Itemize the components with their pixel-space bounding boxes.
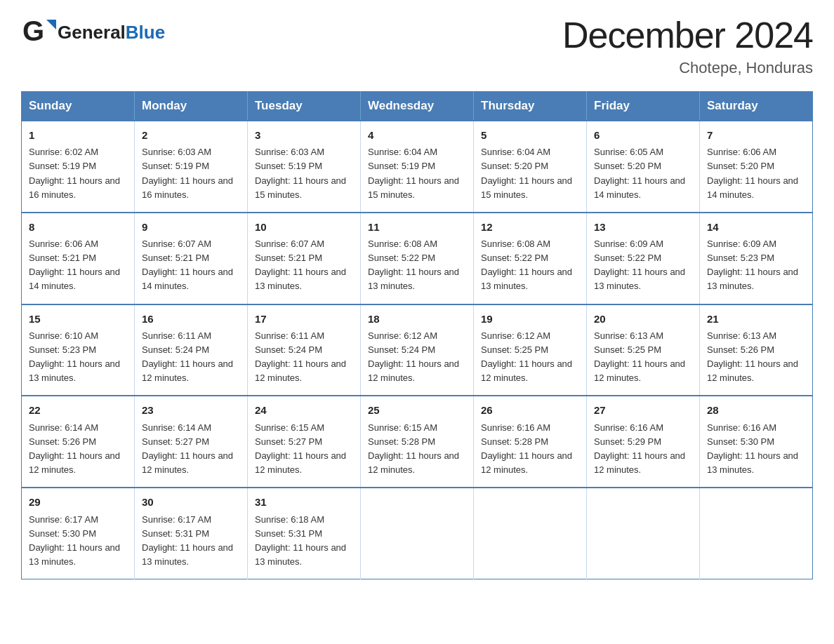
logo-blue-text: Blue <box>126 22 165 43</box>
calendar-day-cell: 20 Sunrise: 6:13 AM Sunset: 5:25 PM Dayl… <box>587 304 700 396</box>
logo-general: General <box>58 22 126 43</box>
title-area: December 2024 Chotepe, Honduras <box>562 14 813 77</box>
day-number: 8 <box>29 219 127 235</box>
day-info: Sunrise: 6:02 AM Sunset: 5:19 PM Dayligh… <box>29 145 127 202</box>
calendar-day-cell <box>700 488 813 579</box>
calendar-day-cell: 27 Sunrise: 6:16 AM Sunset: 5:29 PM Dayl… <box>587 396 700 488</box>
weekday-header-monday: Monday <box>135 92 248 121</box>
day-info: Sunrise: 6:10 AM Sunset: 5:23 PM Dayligh… <box>29 329 127 386</box>
day-number: 27 <box>594 402 692 418</box>
calendar-day-cell: 2 Sunrise: 6:03 AM Sunset: 5:19 PM Dayli… <box>135 121 248 213</box>
day-number: 10 <box>255 219 353 235</box>
day-number: 15 <box>29 311 127 327</box>
day-info: Sunrise: 6:04 AM Sunset: 5:19 PM Dayligh… <box>368 145 466 202</box>
day-number: 9 <box>142 219 240 235</box>
calendar-day-cell: 15 Sunrise: 6:10 AM Sunset: 5:23 PM Dayl… <box>22 304 135 396</box>
calendar-week-row: 8 Sunrise: 6:06 AM Sunset: 5:21 PM Dayli… <box>22 213 813 304</box>
day-number: 25 <box>368 402 466 418</box>
day-info: Sunrise: 6:06 AM Sunset: 5:21 PM Dayligh… <box>29 237 127 294</box>
day-number: 16 <box>142 311 240 327</box>
day-number: 6 <box>594 127 692 143</box>
day-number: 14 <box>707 219 805 235</box>
calendar-day-cell: 10 Sunrise: 6:07 AM Sunset: 5:21 PM Dayl… <box>248 213 361 304</box>
day-info: Sunrise: 6:07 AM Sunset: 5:21 PM Dayligh… <box>142 237 240 294</box>
day-number: 21 <box>707 311 805 327</box>
calendar-day-cell: 5 Sunrise: 6:04 AM Sunset: 5:20 PM Dayli… <box>474 121 587 213</box>
calendar-week-row: 1 Sunrise: 6:02 AM Sunset: 5:19 PM Dayli… <box>22 121 813 213</box>
day-number: 29 <box>29 494 127 510</box>
weekday-header-saturday: Saturday <box>700 92 813 121</box>
weekday-header-friday: Friday <box>587 92 700 121</box>
day-info: Sunrise: 6:15 AM Sunset: 5:28 PM Dayligh… <box>368 421 466 478</box>
weekday-header-thursday: Thursday <box>474 92 587 121</box>
calendar-day-cell: 19 Sunrise: 6:12 AM Sunset: 5:25 PM Dayl… <box>474 304 587 396</box>
calendar-day-cell: 29 Sunrise: 6:17 AM Sunset: 5:30 PM Dayl… <box>22 488 135 579</box>
calendar-day-cell: 14 Sunrise: 6:09 AM Sunset: 5:23 PM Dayl… <box>700 213 813 304</box>
day-number: 12 <box>481 219 579 235</box>
day-info: Sunrise: 6:13 AM Sunset: 5:25 PM Dayligh… <box>594 329 692 386</box>
day-number: 23 <box>142 402 240 418</box>
day-info: Sunrise: 6:11 AM Sunset: 5:24 PM Dayligh… <box>142 329 240 386</box>
day-number: 13 <box>594 219 692 235</box>
calendar-week-row: 15 Sunrise: 6:10 AM Sunset: 5:23 PM Dayl… <box>22 304 813 396</box>
logo: G GeneralBlue <box>21 14 165 51</box>
calendar-day-cell: 13 Sunrise: 6:09 AM Sunset: 5:22 PM Dayl… <box>587 213 700 304</box>
day-info: Sunrise: 6:05 AM Sunset: 5:20 PM Dayligh… <box>594 145 692 202</box>
day-info: Sunrise: 6:09 AM Sunset: 5:23 PM Dayligh… <box>707 237 805 294</box>
calendar-day-cell: 16 Sunrise: 6:11 AM Sunset: 5:24 PM Dayl… <box>135 304 248 396</box>
calendar-table: SundayMondayTuesdayWednesdayThursdayFrid… <box>21 91 813 579</box>
day-info: Sunrise: 6:17 AM Sunset: 5:31 PM Dayligh… <box>142 513 240 570</box>
day-number: 2 <box>142 127 240 143</box>
day-info: Sunrise: 6:04 AM Sunset: 5:20 PM Dayligh… <box>481 145 579 202</box>
day-info: Sunrise: 6:09 AM Sunset: 5:22 PM Dayligh… <box>594 237 692 294</box>
calendar-day-cell: 18 Sunrise: 6:12 AM Sunset: 5:24 PM Dayl… <box>361 304 474 396</box>
day-number: 30 <box>142 494 240 510</box>
calendar-header-row: SundayMondayTuesdayWednesdayThursdayFrid… <box>22 92 813 121</box>
calendar-day-cell: 9 Sunrise: 6:07 AM Sunset: 5:21 PM Dayli… <box>135 213 248 304</box>
calendar-day-cell: 1 Sunrise: 6:02 AM Sunset: 5:19 PM Dayli… <box>22 121 135 213</box>
calendar-day-cell <box>474 488 587 579</box>
day-number: 24 <box>255 402 353 418</box>
day-info: Sunrise: 6:13 AM Sunset: 5:26 PM Dayligh… <box>707 329 805 386</box>
day-info: Sunrise: 6:07 AM Sunset: 5:21 PM Dayligh… <box>255 237 353 294</box>
calendar-day-cell <box>361 488 474 579</box>
day-info: Sunrise: 6:08 AM Sunset: 5:22 PM Dayligh… <box>368 237 466 294</box>
svg-marker-1 <box>46 20 56 29</box>
day-info: Sunrise: 6:12 AM Sunset: 5:25 PM Dayligh… <box>481 329 579 386</box>
weekday-header-sunday: Sunday <box>22 92 135 121</box>
page-header: G GeneralBlue December 2024 Chotepe, Hon… <box>21 14 813 77</box>
calendar-day-cell: 28 Sunrise: 6:16 AM Sunset: 5:30 PM Dayl… <box>700 396 813 488</box>
day-info: Sunrise: 6:16 AM Sunset: 5:29 PM Dayligh… <box>594 421 692 478</box>
day-info: Sunrise: 6:11 AM Sunset: 5:24 PM Dayligh… <box>255 329 353 386</box>
calendar-day-cell: 3 Sunrise: 6:03 AM Sunset: 5:19 PM Dayli… <box>248 121 361 213</box>
calendar-day-cell: 22 Sunrise: 6:14 AM Sunset: 5:26 PM Dayl… <box>22 396 135 488</box>
calendar-day-cell <box>587 488 700 579</box>
calendar-day-cell: 8 Sunrise: 6:06 AM Sunset: 5:21 PM Dayli… <box>22 213 135 304</box>
day-info: Sunrise: 6:03 AM Sunset: 5:19 PM Dayligh… <box>142 145 240 202</box>
day-info: Sunrise: 6:14 AM Sunset: 5:27 PM Dayligh… <box>142 421 240 478</box>
weekday-header-wednesday: Wednesday <box>361 92 474 121</box>
day-number: 11 <box>368 219 466 235</box>
calendar-day-cell: 24 Sunrise: 6:15 AM Sunset: 5:27 PM Dayl… <box>248 396 361 488</box>
day-number: 31 <box>255 494 353 510</box>
day-number: 20 <box>594 311 692 327</box>
calendar-day-cell: 17 Sunrise: 6:11 AM Sunset: 5:24 PM Dayl… <box>248 304 361 396</box>
calendar-week-row: 22 Sunrise: 6:14 AM Sunset: 5:26 PM Dayl… <box>22 396 813 488</box>
day-number: 7 <box>707 127 805 143</box>
day-number: 17 <box>255 311 353 327</box>
day-number: 3 <box>255 127 353 143</box>
day-info: Sunrise: 6:18 AM Sunset: 5:31 PM Dayligh… <box>255 513 353 570</box>
calendar-day-cell: 7 Sunrise: 6:06 AM Sunset: 5:20 PM Dayli… <box>700 121 813 213</box>
day-number: 22 <box>29 402 127 418</box>
day-info: Sunrise: 6:15 AM Sunset: 5:27 PM Dayligh… <box>255 421 353 478</box>
day-info: Sunrise: 6:03 AM Sunset: 5:19 PM Dayligh… <box>255 145 353 202</box>
day-info: Sunrise: 6:16 AM Sunset: 5:30 PM Dayligh… <box>707 421 805 478</box>
page-subtitle: Chotepe, Honduras <box>562 59 813 77</box>
day-number: 4 <box>368 127 466 143</box>
day-number: 19 <box>481 311 579 327</box>
page-title: December 2024 <box>562 14 813 56</box>
calendar-day-cell: 30 Sunrise: 6:17 AM Sunset: 5:31 PM Dayl… <box>135 488 248 579</box>
calendar-day-cell: 25 Sunrise: 6:15 AM Sunset: 5:28 PM Dayl… <box>361 396 474 488</box>
day-number: 18 <box>368 311 466 327</box>
day-info: Sunrise: 6:17 AM Sunset: 5:30 PM Dayligh… <box>29 513 127 570</box>
